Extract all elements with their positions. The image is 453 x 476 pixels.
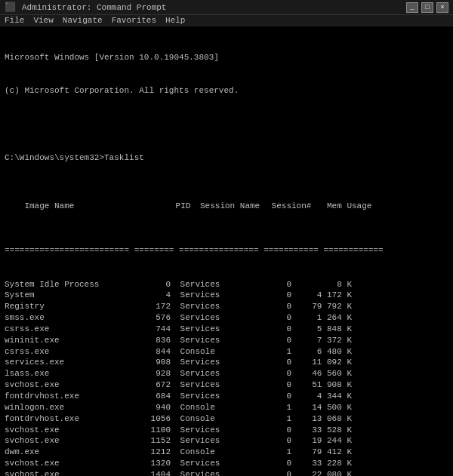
- row-name: fontdrvhost.exe: [5, 413, 133, 425]
- row-mem: 6 480 K: [291, 346, 352, 358]
- table-row: wininit.exe836 Services07 372 K: [5, 335, 448, 346]
- row-pid: 928: [133, 368, 171, 379]
- row-pid: 576: [133, 312, 171, 324]
- divider: ========================= ======== =====…: [5, 245, 448, 256]
- row-name: fontdrvhost.exe: [5, 391, 133, 402]
- row-name: winlogon.exe: [5, 402, 133, 413]
- header-line-2: (c) Microsoft Corporation. All rights re…: [5, 85, 448, 97]
- title-bar-title: Administrator: Command Prompt: [22, 3, 166, 12]
- table-row: smss.exe576 Services01 264 K: [5, 312, 448, 324]
- row-mem: 1 264 K: [291, 312, 352, 324]
- row-session: Services: [171, 368, 246, 379]
- row-pid: 940: [133, 402, 171, 413]
- row-mem: 79 412 K: [291, 447, 352, 458]
- row-pid: 1320: [133, 458, 171, 469]
- row-snum: 0: [246, 368, 291, 379]
- row-name: csrss.exe: [5, 346, 133, 358]
- row-session: Services: [171, 425, 246, 436]
- row-snum: 0: [246, 279, 291, 290]
- row-session: Services: [171, 458, 246, 469]
- row-pid: 844: [133, 346, 171, 358]
- menu-view[interactable]: View: [33, 16, 53, 25]
- row-snum: 0: [246, 379, 291, 391]
- table-row: svchost.exe1152 Services019 244 K: [5, 435, 448, 447]
- row-pid: 172: [133, 301, 171, 312]
- row-name: dwm.exe: [5, 447, 133, 458]
- row-session: Services: [171, 279, 246, 290]
- col-header-name: Image Name: [24, 201, 153, 212]
- row-mem: 5 848 K: [291, 324, 352, 335]
- row-name: smss.exe: [5, 312, 133, 324]
- row-pid: 1152: [133, 435, 171, 447]
- row-mem: 51 908 K: [291, 379, 352, 391]
- table-header: Image NamePID Session NameSession#Mem Us…: [5, 189, 448, 223]
- table-row: lsass.exe928 Services046 560 K: [5, 368, 448, 379]
- row-session: Console: [171, 413, 246, 425]
- title-bar-icon: ⬛: [5, 2, 16, 13]
- table-row: fontdrvhost.exe1056 Console113 068 K: [5, 413, 448, 425]
- table-row: System Idle Process0 Services08 K: [5, 279, 448, 290]
- row-session: Services: [171, 379, 246, 391]
- table-row: svchost.exe1320 Services033 228 K: [5, 458, 448, 469]
- row-name: csrss.exe: [5, 324, 133, 335]
- row-snum: 0: [246, 312, 291, 324]
- row-name: Registry: [5, 301, 133, 312]
- row-pid: 908: [133, 357, 171, 368]
- header-line-1: Microsoft Windows [Version 10.0.19045.38…: [5, 52, 448, 63]
- row-name: svchost.exe: [5, 379, 133, 391]
- row-mem: 11 092 K: [291, 357, 352, 368]
- row-name: svchost.exe: [5, 458, 133, 469]
- row-pid: 1100: [133, 425, 171, 436]
- table-row: fontdrvhost.exe684 Services04 344 K: [5, 391, 448, 402]
- row-mem: 7 372 K: [291, 335, 352, 346]
- row-mem: 46 560 K: [291, 368, 352, 379]
- menu-bar: File View Navigate Favorites Help: [0, 15, 453, 26]
- row-mem: 8 K: [291, 279, 352, 290]
- menu-file[interactable]: File: [5, 16, 24, 25]
- row-name: svchost.exe: [5, 435, 133, 447]
- maximize-button[interactable]: □: [421, 2, 433, 13]
- row-snum: 0: [246, 324, 291, 335]
- row-session: Services: [171, 301, 246, 312]
- col-header-mem: Mem Usage: [311, 201, 371, 212]
- row-pid: 684: [133, 391, 171, 402]
- table-row: csrss.exe744 Services05 848 K: [5, 324, 448, 335]
- row-mem: 4 344 K: [291, 391, 352, 402]
- row-snum: 0: [246, 335, 291, 346]
- row-snum: 1: [246, 413, 291, 425]
- row-session: Console: [171, 447, 246, 458]
- row-pid: 836: [133, 335, 171, 346]
- row-mem: 22 080 K: [291, 469, 352, 476]
- row-name: System: [5, 290, 133, 301]
- row-mem: 33 528 K: [291, 425, 352, 436]
- close-button[interactable]: ×: [436, 2, 448, 13]
- terminal: Microsoft Windows [Version 10.0.19045.38…: [0, 26, 453, 476]
- table-row: Registry172 Services079 792 K: [5, 301, 448, 312]
- row-pid: 744: [133, 324, 171, 335]
- table-row: svchost.exe1404 Services022 080 K: [5, 469, 448, 476]
- row-snum: 0: [246, 290, 291, 301]
- row-pid: 1056: [133, 413, 171, 425]
- title-bar[interactable]: ⬛ Administrator: Command Prompt _ □ ×: [0, 0, 453, 15]
- table-row: winlogon.exe940 Console114 500 K: [5, 402, 448, 413]
- row-pid: 672: [133, 379, 171, 391]
- minimize-button[interactable]: _: [406, 2, 418, 13]
- row-mem: 13 068 K: [291, 413, 352, 425]
- row-session: Services: [171, 290, 246, 301]
- header-line-3: [5, 119, 448, 131]
- row-session: Services: [171, 324, 246, 335]
- menu-favorites[interactable]: Favorites: [112, 16, 156, 25]
- menu-navigate[interactable]: Navigate: [63, 16, 103, 25]
- row-name: lsass.exe: [5, 368, 133, 379]
- row-session: Services: [171, 312, 246, 324]
- row-mem: 14 500 K: [291, 402, 352, 413]
- table-row: csrss.exe844 Console16 480 K: [5, 346, 448, 358]
- table-row: services.exe908 Services011 092 K: [5, 357, 448, 368]
- row-name: svchost.exe: [5, 469, 133, 476]
- row-name: wininit.exe: [5, 335, 133, 346]
- row-session: Services: [171, 391, 246, 402]
- table-row: System4 Services04 172 K: [5, 290, 448, 301]
- row-snum: 0: [246, 458, 291, 469]
- menu-help[interactable]: Help: [165, 16, 185, 25]
- row-mem: 33 228 K: [291, 458, 352, 469]
